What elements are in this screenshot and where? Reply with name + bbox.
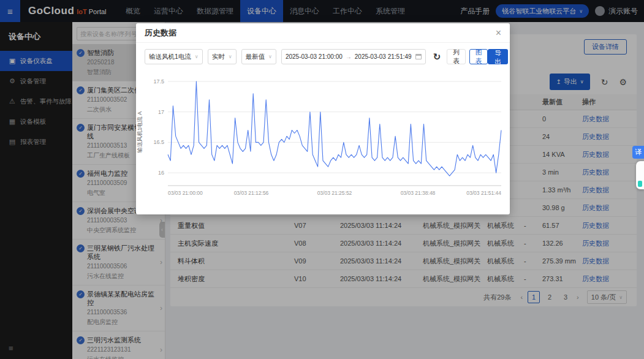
view-chart-button[interactable]: 图表 (469, 49, 488, 64)
chevron-down-icon: ∨ (229, 54, 232, 59)
chevron-down-icon: ∨ (268, 54, 272, 59)
date-range-picker[interactable]: 2025-03-03 21:00:00 → 2025-03-03 21:51:4… (281, 49, 426, 64)
date-end: 2025-03-03 21:51:49 (355, 53, 412, 60)
svg-text:03/03 21:51:44: 03/03 21:51:44 (466, 190, 501, 196)
svg-text:03/03 21:12:56: 03/03 21:12:56 (234, 190, 269, 196)
modal-title: 历史数据 (145, 28, 176, 39)
line-chart: 1616.51717.503/03 21:00:0003/03 21:12:56… (142, 69, 509, 213)
property-select-label: 输送风机1电流 (149, 53, 191, 61)
mode-select[interactable]: 实时 ∨ (208, 49, 237, 64)
modal-controls: 输送风机1电流 ∨ 实时 ∨ 最新值 ∨ 2025-03-03 21:00:00… (136, 43, 510, 68)
floating-toolbar[interactable] (636, 161, 644, 189)
arrow-right-icon: → (346, 53, 352, 60)
modal-export-button[interactable]: 导出 (488, 49, 508, 64)
metric-select-label: 最新值 (246, 53, 265, 61)
translate-badge[interactable]: 译 (632, 146, 644, 159)
view-list-button[interactable]: 列表 (447, 49, 466, 64)
property-select[interactable]: 输送风机1电流 ∨ (145, 49, 203, 64)
svg-text:03/03 21:00:00: 03/03 21:00:00 (168, 190, 203, 196)
modal-header: 历史数据 × (136, 23, 510, 43)
history-data-modal: 历史数据 × 输送风机1电流 ∨ 实时 ∨ 最新值 ∨ 2025-03-03 2… (136, 23, 510, 214)
svg-text:17.5: 17.5 (153, 78, 164, 85)
chart-y-axis-label: 输送风机1电流 A (136, 96, 144, 169)
screen: ≡ GoCloud IoT Portal 概览 运营中心 数据源管理 设备中心 … (0, 0, 644, 359)
svg-text:16: 16 (158, 170, 164, 176)
date-start: 2025-03-03 21:00:00 (286, 53, 343, 60)
svg-text:03/03 21:25:52: 03/03 21:25:52 (317, 190, 352, 196)
floating-toolbar-icon (638, 181, 642, 187)
calendar-icon (415, 54, 422, 59)
close-icon[interactable]: × (496, 28, 501, 38)
refresh-icon[interactable]: ↻ (433, 51, 441, 62)
chevron-down-icon: ∨ (195, 54, 199, 59)
svg-text:16.5: 16.5 (153, 139, 164, 145)
svg-text:17: 17 (158, 109, 164, 115)
mode-select-label: 实时 (212, 53, 225, 61)
history-chart: 输送风机1电流 A 1616.51717.503/03 21:00:0003/0… (136, 69, 510, 213)
svg-text:03/03 21:38:48: 03/03 21:38:48 (401, 190, 436, 196)
metric-select[interactable]: 最新值 ∨ (241, 49, 276, 64)
